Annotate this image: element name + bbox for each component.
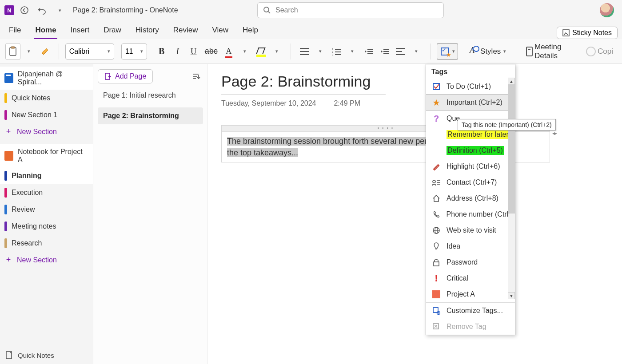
menu-help[interactable]: Help xyxy=(235,22,265,39)
align-more[interactable]: ▾ xyxy=(409,43,424,60)
paste-button[interactable] xyxy=(5,43,20,60)
font-color-more[interactable]: ▾ xyxy=(237,43,252,60)
meeting-details-button[interactable]: Meeting Details xyxy=(522,43,570,60)
bullet-list-more[interactable]: ▾ xyxy=(313,43,328,60)
font-color-button[interactable]: A xyxy=(221,43,236,60)
tag-important[interactable]: ★ Important (Ctrl+2) xyxy=(426,94,515,111)
question-icon: ? xyxy=(431,114,441,123)
svg-rect-34 xyxy=(434,262,439,266)
svg-point-0 xyxy=(21,7,28,14)
tag-phone[interactable]: Phone number (Ctrl- xyxy=(426,206,515,222)
page-title[interactable]: Page 2: Brainstorming xyxy=(221,73,609,93)
resize-handle[interactable]: ◂▸ xyxy=(552,130,557,136)
chevron-down-icon: ▾ xyxy=(28,48,30,54)
menu-file[interactable]: File xyxy=(2,22,28,39)
add-page-label: Add Page xyxy=(115,72,146,80)
account-notebook-row[interactable]: Dipanjenah @ Spiral... xyxy=(0,67,93,90)
tag-highlight[interactable]: Highlight (Ctrl+6) xyxy=(426,158,515,174)
chevron-down-icon: ▾ xyxy=(452,48,455,54)
notebook-icon xyxy=(4,151,13,161)
project-notebook-row[interactable]: Notebook for Project A xyxy=(0,144,93,167)
outdent-button[interactable] xyxy=(361,43,376,60)
customize-tags[interactable]: Customize Tags... xyxy=(426,303,515,319)
tag-label: To Do (Ctrl+1) xyxy=(447,83,491,91)
section-meeting-notes[interactable]: Meeting notes xyxy=(0,218,93,235)
star-icon: ★ xyxy=(431,98,441,107)
tag-idea[interactable]: Idea xyxy=(426,238,515,254)
tag-contact[interactable]: Contact (Ctrl+7) xyxy=(426,174,515,190)
paste-more-button[interactable]: ▾ xyxy=(21,43,36,60)
search-box[interactable] xyxy=(257,2,444,18)
font-family-select[interactable]: Calibri ▾ xyxy=(65,44,114,59)
section-planning[interactable]: Planning xyxy=(0,167,93,184)
section-quick-notes[interactable]: Quick Notes xyxy=(0,90,93,107)
tag-address[interactable]: Address (Ctrl+8) xyxy=(426,190,515,206)
tag-label: Important (Ctrl+2) xyxy=(447,99,502,107)
tag-password[interactable]: Password xyxy=(426,254,515,270)
note-text-selected: The brainstorming session brought forth … xyxy=(227,137,431,146)
align-button[interactable] xyxy=(393,43,408,60)
back-button[interactable] xyxy=(17,3,32,18)
indent-icon xyxy=(380,47,389,55)
number-list-button[interactable]: 123 xyxy=(329,43,344,60)
note-text-line2: the top takeaways... xyxy=(227,148,298,157)
customize-tags-label: Customize Tags... xyxy=(447,307,503,315)
scroll-down-arrow[interactable]: ▼ xyxy=(508,292,515,299)
highlight-button[interactable] xyxy=(253,43,268,60)
tags-button[interactable]: ★ ▾ xyxy=(437,43,458,60)
indent-button[interactable] xyxy=(377,43,392,60)
number-list-icon: 123 xyxy=(332,47,341,55)
section-label: Research xyxy=(12,239,42,247)
sort-pages-button[interactable] xyxy=(190,70,203,83)
pencil-icon xyxy=(431,162,441,171)
user-avatar[interactable] xyxy=(600,3,614,17)
font-color-icon: A xyxy=(226,47,231,56)
section-review[interactable]: Review xyxy=(0,201,93,218)
page-date-row: Tuesday, September 10, 2024 2:49 PM xyxy=(221,99,609,107)
styles-icon xyxy=(469,47,478,56)
bold-button[interactable]: B xyxy=(154,43,169,60)
section-research[interactable]: Research xyxy=(0,235,93,252)
scroll-up-arrow[interactable]: ▲ xyxy=(508,78,515,85)
tag-critical[interactable]: ! Critical xyxy=(426,270,515,286)
menu-view[interactable]: View xyxy=(205,22,236,39)
highlight-more[interactable]: ▾ xyxy=(269,43,284,60)
styles-button[interactable]: Styles ▾ xyxy=(465,47,510,56)
number-list-more[interactable]: ▾ xyxy=(345,43,360,60)
search-icon xyxy=(263,6,271,14)
new-section-button-2[interactable]: + New Section xyxy=(0,252,93,268)
menu-insert[interactable]: Insert xyxy=(64,22,97,39)
search-input[interactable] xyxy=(275,6,438,14)
scroll-thumb[interactable] xyxy=(508,85,515,214)
underline-button[interactable]: U xyxy=(186,43,201,60)
new-section-button[interactable]: + New Section xyxy=(0,123,93,140)
menu-history[interactable]: History xyxy=(128,22,166,39)
add-page-button[interactable]: Add Page xyxy=(98,69,153,83)
bullet-list-button[interactable] xyxy=(297,43,312,60)
format-painter-button[interactable] xyxy=(37,43,52,60)
sticky-notes-button[interactable]: Sticky Notes xyxy=(557,27,618,39)
sticky-note-icon xyxy=(562,29,570,36)
menu-home[interactable]: Home xyxy=(28,22,63,39)
menu-review[interactable]: Review xyxy=(166,22,205,39)
tag-todo[interactable]: To Do (Ctrl+1) xyxy=(426,79,515,95)
section-execution[interactable]: Execution xyxy=(0,184,93,201)
page-item-current[interactable]: Page 2: Brainstorming xyxy=(98,107,203,124)
undo-button[interactable] xyxy=(35,3,50,18)
tag-project-a[interactable]: Project A xyxy=(426,286,515,302)
font-size-select[interactable]: 11 ▾ xyxy=(121,44,147,59)
qat-more-button[interactable]: ▾ xyxy=(52,3,68,18)
menu-draw[interactable]: Draw xyxy=(96,22,128,39)
note-canvas[interactable]: Page 2: Brainstorming Tuesday, September… xyxy=(208,64,622,364)
strikethrough-button[interactable]: abc xyxy=(202,43,220,60)
copilot-button[interactable]: Copi xyxy=(582,47,617,56)
customize-icon xyxy=(431,306,441,316)
italic-button[interactable]: I xyxy=(170,43,185,60)
section-color-tab xyxy=(4,188,7,198)
page-item[interactable]: Page 1: Initial research xyxy=(98,87,203,104)
section-new-section-1[interactable]: New Section 1 xyxy=(0,107,93,123)
tag-definition[interactable]: Definition (Ctrl+5) xyxy=(426,142,515,158)
tags-header: Tags xyxy=(426,64,515,79)
tag-website[interactable]: Web site to visit xyxy=(426,222,515,238)
quick-notes-footer[interactable]: Quick Notes xyxy=(0,346,93,364)
